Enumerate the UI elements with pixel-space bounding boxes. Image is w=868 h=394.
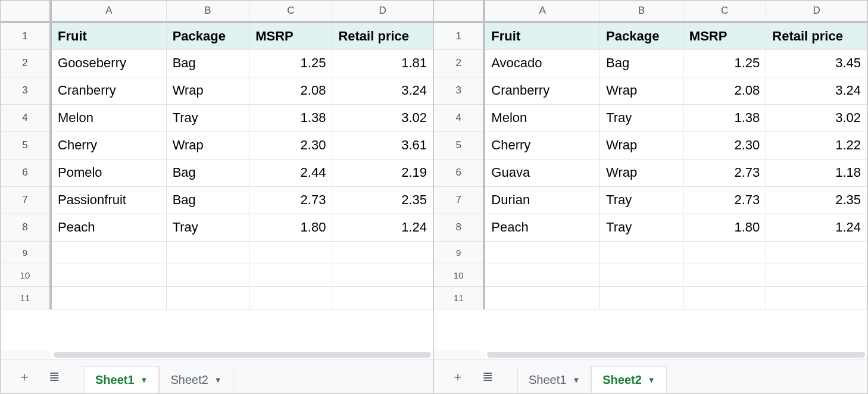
col-header-A[interactable]: A	[484, 1, 600, 22]
cell[interactable]: Bag	[166, 159, 249, 186]
cell[interactable]	[249, 241, 332, 264]
cell[interactable]: Fruit	[484, 22, 600, 49]
cell[interactable]: Avocado	[484, 49, 600, 77]
row-header-8[interactable]: 8	[1, 214, 51, 241]
row-header-9[interactable]: 9	[434, 241, 484, 264]
cell[interactable]: Retail price	[766, 22, 867, 49]
row-header-4[interactable]: 4	[1, 104, 51, 132]
cell[interactable]: 2.19	[332, 159, 433, 186]
cell[interactable]: Fruit	[51, 22, 166, 49]
cell[interactable]: 2.73	[683, 159, 766, 186]
cell[interactable]: 3.61	[332, 132, 433, 159]
cell[interactable]: 1.25	[683, 49, 766, 77]
cell[interactable]	[683, 286, 766, 309]
cell[interactable]	[51, 286, 166, 309]
cell[interactable]	[600, 286, 683, 309]
add-sheet-button[interactable]: ＋	[13, 365, 36, 389]
col-header-D[interactable]: D	[332, 1, 433, 22]
cell[interactable]: 1.80	[249, 214, 332, 241]
grid-area[interactable]: A B C D 1 Fruit Package MSRP Retail pric…	[1, 1, 433, 351]
cell[interactable]	[683, 241, 766, 264]
row-header-4[interactable]: 4	[434, 104, 484, 132]
cell[interactable]: 2.08	[249, 77, 332, 104]
cell[interactable]: Bag	[600, 49, 683, 77]
cell[interactable]: Package	[166, 22, 249, 49]
row-header-3[interactable]: 3	[1, 77, 51, 104]
cell[interactable]: 2.35	[332, 186, 433, 214]
cell[interactable]: 2.30	[683, 132, 766, 159]
cell[interactable]: 2.73	[683, 186, 766, 214]
row-header-1[interactable]: 1	[434, 22, 484, 49]
cell[interactable]: 2.08	[683, 77, 766, 104]
col-header-B[interactable]: B	[600, 1, 683, 22]
row-header-11[interactable]: 11	[434, 286, 484, 309]
col-header-D[interactable]: D	[766, 1, 867, 22]
select-all-corner[interactable]	[434, 1, 484, 22]
cell[interactable]: 1.24	[332, 214, 433, 241]
cell[interactable]: Cranberry	[51, 77, 166, 104]
cell[interactable]: Pomelo	[51, 159, 166, 186]
scrollbar-thumb[interactable]	[54, 352, 431, 358]
cell[interactable]: 1.24	[766, 214, 867, 241]
cell[interactable]: 2.73	[249, 186, 332, 214]
cell[interactable]	[766, 286, 867, 309]
row-header-10[interactable]: 10	[434, 264, 484, 286]
cell[interactable]: Passionfruit	[51, 186, 166, 214]
cell[interactable]: 2.35	[766, 186, 867, 214]
row-header-3[interactable]: 3	[434, 77, 484, 104]
row-header-2[interactable]: 2	[1, 49, 51, 77]
spreadsheet-grid[interactable]: A B C D 1 Fruit Package MSRP Retail pric…	[1, 1, 433, 309]
tab-sheet1[interactable]: Sheet1 ▼	[84, 366, 159, 393]
cell[interactable]: Peach	[484, 214, 600, 241]
cell[interactable]: Durian	[484, 186, 600, 214]
col-header-B[interactable]: B	[166, 1, 249, 22]
col-header-C[interactable]: C	[249, 1, 332, 22]
tab-sheet1[interactable]: Sheet1 ▼	[517, 366, 591, 393]
cell[interactable]	[332, 286, 433, 309]
horizontal-scrollbar[interactable]	[1, 351, 433, 359]
cell[interactable]: 1.80	[683, 214, 766, 241]
cell[interactable]: Melon	[51, 104, 166, 132]
cell[interactable]: Cherry	[484, 132, 600, 159]
row-header-2[interactable]: 2	[434, 49, 484, 77]
cell[interactable]: 3.24	[332, 77, 433, 104]
cell[interactable]: MSRP	[683, 22, 766, 49]
cell[interactable]: 1.81	[332, 49, 433, 77]
cell[interactable]	[766, 241, 867, 264]
add-sheet-button[interactable]: ＋	[446, 365, 470, 389]
cell[interactable]: Cherry	[51, 132, 166, 159]
cell[interactable]: Tray	[600, 214, 683, 241]
cell[interactable]: Bag	[166, 186, 249, 214]
cell[interactable]: Cranberry	[484, 77, 600, 104]
row-header-10[interactable]: 10	[1, 264, 51, 286]
cell[interactable]: Guava	[484, 159, 600, 186]
all-sheets-button[interactable]: ≣	[42, 365, 66, 389]
row-header-5[interactable]: 5	[1, 132, 51, 159]
cell[interactable]	[249, 286, 332, 309]
cell[interactable]: Bag	[166, 49, 249, 77]
cell[interactable]	[766, 264, 867, 286]
row-header-5[interactable]: 5	[434, 132, 484, 159]
cell[interactable]	[484, 241, 600, 264]
cell[interactable]	[51, 264, 166, 286]
cell[interactable]: Tray	[600, 186, 683, 214]
row-header-6[interactable]: 6	[434, 159, 484, 186]
cell[interactable]: Wrap	[166, 77, 249, 104]
cell[interactable]: Package	[600, 22, 683, 49]
cell[interactable]	[332, 264, 433, 286]
cell[interactable]: 1.25	[249, 49, 332, 77]
cell[interactable]	[484, 264, 600, 286]
cell[interactable]	[600, 241, 683, 264]
cell[interactable]: 1.18	[766, 159, 867, 186]
cell[interactable]: 3.24	[766, 77, 867, 104]
cell[interactable]	[166, 286, 249, 309]
cell[interactable]	[166, 241, 249, 264]
row-header-7[interactable]: 7	[434, 186, 484, 214]
cell[interactable]	[600, 264, 683, 286]
cell[interactable]: 2.30	[249, 132, 332, 159]
cell[interactable]: Melon	[484, 104, 600, 132]
cell[interactable]: Tray	[166, 214, 249, 241]
cell[interactable]: Wrap	[600, 132, 683, 159]
row-header-11[interactable]: 11	[1, 286, 51, 309]
cell[interactable]: Wrap	[166, 132, 249, 159]
